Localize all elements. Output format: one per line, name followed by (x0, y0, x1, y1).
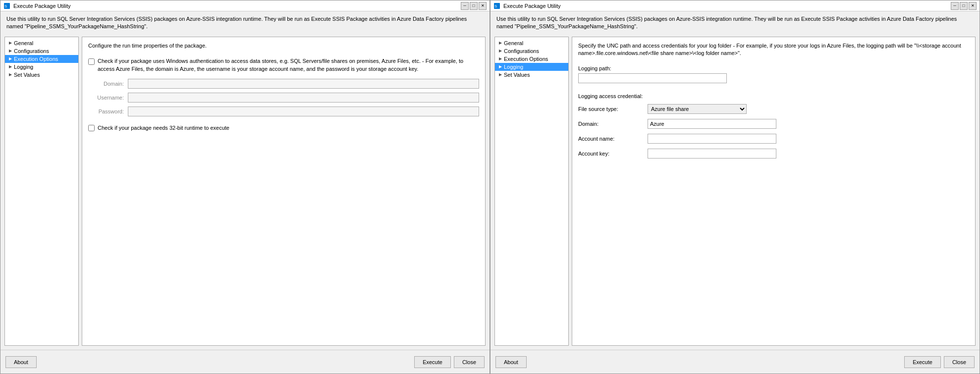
window-body-2: ▶ General ▶ Configurations ▶ Execution O… (490, 35, 980, 350)
arrow-icon-general-1: ▶ (9, 41, 12, 45)
account-name-row: Account name: (578, 134, 969, 144)
arrow-icon-setvalues-2: ▶ (499, 72, 502, 77)
domain-label-1: Domain: (88, 81, 128, 87)
window-title-1: Execute Package Utility (13, 3, 71, 9)
footer-left-1: About (5, 356, 414, 368)
close-button-2[interactable]: ✕ (969, 2, 977, 10)
credential-title: Logging access credential: (578, 93, 969, 99)
sidebar-item-execution-options-1[interactable]: ▶ Execution Options (5, 55, 78, 63)
account-name-input[interactable] (648, 134, 776, 144)
windows-auth-row-1: Check if your package uses Windows authe… (88, 57, 479, 73)
footer-2: About Execute Close (490, 350, 980, 374)
arrow-icon-execution-1: ▶ (9, 56, 12, 61)
window-body-1: ▶ General ▶ Configurations ▶ Execution O… (0, 35, 490, 350)
app-icon-1: S (3, 2, 10, 9)
arrow-icon-general-2: ▶ (499, 41, 502, 45)
execute-button-1[interactable]: Execute (414, 356, 451, 368)
password-input-1[interactable] (128, 107, 479, 116)
execute-button-2[interactable]: Execute (904, 356, 941, 368)
windows-auth-checkbox-1[interactable] (88, 58, 95, 65)
arrow-icon-configurations-2: ▶ (499, 49, 502, 53)
arrow-icon-logging-1: ▶ (9, 64, 12, 69)
minimize-icon-1: ─ (463, 3, 466, 8)
about-button-2[interactable]: About (495, 356, 527, 368)
window1: S Execute Package Utility ─ □ ✕ Use this… (0, 0, 490, 374)
sidebar-item-set-values-1[interactable]: ▶ Set Values (5, 71, 78, 79)
svg-text:S: S (4, 4, 7, 8)
domain-label-2: Domain: (578, 121, 648, 127)
sidebar-item-configurations-2[interactable]: ▶ Configurations (495, 47, 568, 55)
domain-input-1[interactable] (128, 79, 479, 89)
domain-input-2[interactable] (648, 119, 776, 129)
sidebar-item-logging-1[interactable]: ▶ Logging (5, 63, 78, 71)
arrow-icon-logging-2: ▶ (499, 64, 502, 69)
arrow-icon-execution-2: ▶ (499, 56, 502, 61)
close-button-footer-2[interactable]: Close (944, 356, 975, 368)
logging-path-section: Logging path: (578, 65, 969, 83)
file-source-type-label: File source type: (578, 106, 648, 112)
minimize-button-1[interactable]: ─ (461, 2, 469, 10)
footer-right-1: Execute Close (414, 356, 485, 368)
credential-section: Logging access credential: File source t… (578, 93, 969, 159)
file-source-type-row: File source type: Azure file share Local… (578, 104, 969, 114)
svg-text:S: S (494, 4, 497, 8)
account-key-row: Account key: (578, 149, 969, 159)
sidebar-item-general-1[interactable]: ▶ General (5, 39, 78, 47)
file-source-type-select[interactable]: Azure file share Local file share (648, 104, 747, 114)
password-label-1: Password: (88, 108, 128, 114)
close-button-footer-1[interactable]: Close (454, 356, 485, 368)
arrow-icon-setvalues-1: ▶ (9, 72, 12, 77)
sidebar-item-logging-2[interactable]: ▶ Logging (495, 63, 568, 71)
nav-panel-2: ▶ General ▶ Configurations ▶ Execution O… (494, 37, 569, 346)
account-name-label: Account name: (578, 136, 648, 142)
logging-path-input[interactable] (578, 73, 727, 83)
domain-row-2: Domain: (578, 119, 969, 129)
domain-field-row-1: Domain: (88, 79, 479, 89)
sidebar-item-execution-options-2[interactable]: ▶ Execution Options (495, 55, 568, 63)
close-icon-1: ✕ (481, 3, 485, 8)
username-label-1: Username: (88, 95, 128, 101)
password-field-row-1: Password: (88, 107, 479, 116)
window2: S Execute Package Utility ─ □ ✕ Use this… (490, 0, 980, 374)
windows-auth-label-1: Check if your package uses Windows authe… (98, 57, 479, 73)
window-description-2: Use this utility to run SQL Server Integ… (490, 11, 980, 35)
content-description-2: Specify the UNC path and access credenti… (578, 42, 969, 57)
username-input-1[interactable] (128, 93, 479, 103)
maximize-button-1[interactable]: □ (470, 2, 478, 10)
sidebar-item-general-2[interactable]: ▶ General (495, 39, 568, 47)
account-key-label: Account key: (578, 151, 648, 157)
footer-left-2: About (495, 356, 904, 368)
footer-right-2: Execute Close (904, 356, 975, 368)
minimize-button-2[interactable]: ─ (951, 2, 959, 10)
window-description-1: Use this utility to run SQL Server Integ… (0, 11, 490, 35)
content-panel-2: Specify the UNC path and access credenti… (572, 37, 976, 346)
logging-path-label: Logging path: (578, 65, 648, 71)
title-bar-buttons-2: ─ □ ✕ (951, 2, 977, 10)
bit32-checkbox-1[interactable] (88, 125, 95, 131)
title-bar-left-1: S Execute Package Utility (3, 2, 71, 9)
maximize-button-2[interactable]: □ (960, 2, 968, 10)
window-title-2: Execute Package Utility (503, 3, 561, 9)
title-bar-2: S Execute Package Utility ─ □ ✕ (490, 0, 980, 11)
sidebar-item-set-values-2[interactable]: ▶ Set Values (495, 71, 568, 79)
about-button-1[interactable]: About (5, 356, 37, 368)
arrow-icon-configurations-1: ▶ (9, 49, 12, 53)
account-key-input[interactable] (648, 149, 776, 159)
close-button-1[interactable]: ✕ (479, 2, 487, 10)
app-icon-2: S (493, 2, 500, 9)
maximize-icon-1: □ (473, 3, 475, 8)
content-description-1: Configure the run time properties of the… (88, 42, 479, 50)
title-bar-1: S Execute Package Utility ─ □ ✕ (0, 0, 490, 11)
close-icon-2: ✕ (971, 3, 975, 8)
username-field-row-1: Username: (88, 93, 479, 103)
nav-panel-1: ▶ General ▶ Configurations ▶ Execution O… (4, 37, 79, 346)
title-bar-buttons-1: ─ □ ✕ (461, 2, 487, 10)
bit32-label-1: Check if your package needs 32-bit runti… (98, 124, 229, 132)
bit32-row-1: Check if your package needs 32-bit runti… (88, 124, 479, 132)
maximize-icon-2: □ (963, 3, 965, 8)
title-bar-left-2: S Execute Package Utility (493, 2, 561, 9)
footer-1: About Execute Close (0, 350, 490, 374)
minimize-icon-2: ─ (953, 3, 956, 8)
content-panel-1: Configure the run time properties of the… (82, 37, 486, 346)
sidebar-item-configurations-1[interactable]: ▶ Configurations (5, 47, 78, 55)
